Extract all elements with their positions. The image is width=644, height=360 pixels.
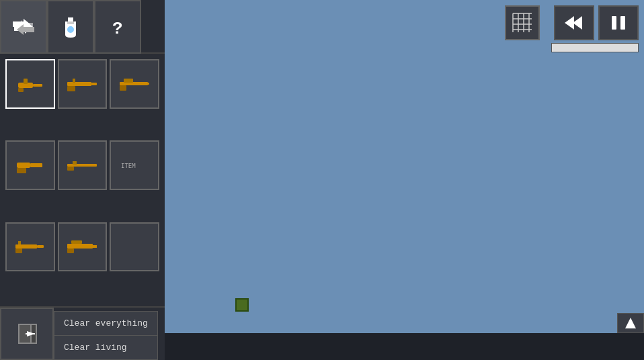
svg-rect-11 bbox=[91, 83, 97, 85]
clear-living-button[interactable]: Clear living bbox=[54, 336, 157, 359]
progress-bar bbox=[551, 43, 639, 52]
game-entity bbox=[235, 298, 249, 312]
svg-rect-7 bbox=[33, 84, 42, 87]
swap-button[interactable] bbox=[0, 0, 47, 54]
svg-rect-32 bbox=[67, 249, 74, 253]
svg-marker-47 bbox=[565, 16, 574, 30]
svg-marker-46 bbox=[573, 16, 582, 30]
svg-rect-25 bbox=[15, 244, 37, 249]
svg-rect-22 bbox=[73, 161, 77, 165]
grid-item-5[interactable]: ITEM bbox=[110, 140, 159, 190]
svg-rect-48 bbox=[612, 16, 616, 30]
svg-rect-2 bbox=[68, 17, 73, 21]
exit-button[interactable] bbox=[0, 308, 54, 360]
grid-item-0[interactable] bbox=[5, 59, 55, 109]
svg-text:ITEM: ITEM bbox=[121, 163, 136, 169]
svg-rect-27 bbox=[18, 241, 21, 244]
sidebar: ? bbox=[0, 0, 165, 360]
svg-rect-26 bbox=[37, 245, 44, 248]
grid-toggle-button[interactable] bbox=[505, 5, 540, 40]
svg-rect-16 bbox=[124, 79, 133, 83]
svg-rect-49 bbox=[620, 16, 625, 30]
svg-rect-17 bbox=[120, 85, 126, 91]
question-button[interactable]: ? bbox=[94, 0, 141, 54]
grid-item-1[interactable] bbox=[58, 59, 108, 109]
grid-item-6[interactable] bbox=[5, 222, 55, 272]
svg-rect-28 bbox=[15, 249, 22, 253]
media-controls bbox=[554, 5, 639, 40]
rewind-button[interactable] bbox=[554, 5, 594, 40]
progress-bar-fill bbox=[552, 44, 638, 52]
svg-rect-21 bbox=[67, 164, 97, 167]
svg-rect-31 bbox=[71, 240, 82, 244]
grid-item-8[interactable] bbox=[110, 222, 159, 272]
svg-rect-12 bbox=[73, 79, 75, 83]
svg-rect-15 bbox=[148, 83, 149, 85]
svg-rect-36 bbox=[26, 333, 35, 334]
svg-rect-8 bbox=[24, 79, 28, 84]
svg-rect-10 bbox=[67, 82, 91, 86]
svg-rect-4 bbox=[67, 21, 74, 24]
svg-rect-14 bbox=[120, 82, 148, 85]
svg-rect-18 bbox=[17, 163, 30, 168]
item-grid: ITEM bbox=[0, 54, 165, 306]
svg-marker-50 bbox=[625, 318, 636, 328]
svg-rect-23 bbox=[67, 167, 74, 171]
svg-rect-13 bbox=[67, 86, 75, 91]
svg-rect-30 bbox=[93, 245, 97, 248]
right-edge-element[interactable] bbox=[617, 313, 644, 333]
item-button[interactable] bbox=[47, 0, 94, 54]
toolbar: ? bbox=[0, 0, 165, 54]
grid-item-2[interactable] bbox=[110, 59, 159, 109]
top-right-controls bbox=[551, 5, 639, 52]
sidebar-bottom: Clear everything Clear living bbox=[0, 306, 165, 360]
svg-point-3 bbox=[67, 26, 74, 33]
context-menu: Clear everything Clear living bbox=[54, 311, 158, 360]
bottom-bar bbox=[165, 333, 644, 360]
grid-item-3[interactable] bbox=[5, 140, 55, 190]
grid-item-7[interactable] bbox=[58, 222, 108, 272]
svg-rect-20 bbox=[17, 168, 26, 173]
silhouette bbox=[54, 279, 134, 306]
svg-rect-29 bbox=[67, 244, 93, 249]
clear-everything-button[interactable]: Clear everything bbox=[54, 312, 157, 336]
svg-rect-19 bbox=[30, 163, 42, 167]
svg-text:?: ? bbox=[112, 19, 123, 39]
grid-item-4[interactable] bbox=[58, 140, 108, 190]
svg-rect-9 bbox=[18, 88, 24, 92]
pause-button[interactable] bbox=[598, 5, 639, 40]
